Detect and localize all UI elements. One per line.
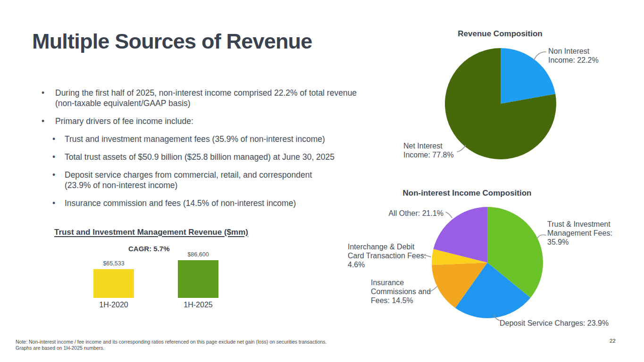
bullet-item: Primary drivers of fee income include: xyxy=(42,116,357,126)
bar-chart-plot: $65,5331H-2020$86,6001H-2025 xyxy=(93,260,219,298)
cagr-annotation: CAGR: 5.7% xyxy=(128,245,170,253)
pie2-label-all-other: All Other: 21.1% xyxy=(373,209,443,218)
bullet-dot xyxy=(52,152,65,162)
pie2-label-deposit-service-charges: Deposit Service Charges: 23.9% xyxy=(500,319,609,328)
bullet-text: Primary drivers of fee income include: xyxy=(55,116,193,126)
pie2-label-insurance-fees: Insurance Commissions and Fees: 14.5% xyxy=(371,278,431,305)
bullet-item: Deposit service charges from commercial,… xyxy=(52,170,357,190)
bullet-item: Total trust assets of $50.9 billion ($25… xyxy=(52,152,357,162)
page-number: 22 xyxy=(610,338,616,344)
pie-slice-non-interest-income xyxy=(501,48,555,104)
bullet-text: Insurance commission and fees (14.5% of … xyxy=(65,198,296,208)
pie2-title: Non-interest Income Composition xyxy=(396,189,538,198)
bullet-dot xyxy=(42,88,55,108)
bullet-text: Total trust assets of $50.9 billion ($25… xyxy=(65,152,335,162)
bullet-text: During the first half of 2025, non-inter… xyxy=(55,88,357,108)
pie-chart-revenue-composition xyxy=(444,47,557,160)
pie-chart-non-interest-income-composition xyxy=(431,206,544,319)
slide: Multiple Sources of Revenue During the f… xyxy=(0,0,644,362)
bar-value-label: $65,533 xyxy=(89,260,139,267)
pie2-label-trust-investment-fees: Trust & Investment Management Fees: 35.9… xyxy=(547,220,612,247)
pie1-label-net-interest-income: Net Interest Income: 77.8% xyxy=(403,141,454,159)
bullet-text: Trust and investment management fees (35… xyxy=(65,134,325,144)
bullet-list: During the first half of 2025, non-inter… xyxy=(42,88,357,216)
pie2-label-interchange-debit-fees: Interchange & Debit Card Transaction Fee… xyxy=(348,242,426,269)
bar-1h-2025 xyxy=(178,260,218,298)
bar-value-label: $86,600 xyxy=(173,251,223,258)
bar-category-label: 1H-2025 xyxy=(173,301,223,309)
bullet-item: Trust and investment management fees (35… xyxy=(52,134,357,144)
bar-chart-title: Trust and Investment Management Revenue … xyxy=(54,228,248,237)
pie1-title: Revenue Composition xyxy=(429,29,571,39)
slide-title: Multiple Sources of Revenue xyxy=(32,29,312,54)
bullet-dot xyxy=(52,134,65,144)
bullet-item: Insurance commission and fees (14.5% of … xyxy=(52,198,357,208)
bullet-dot xyxy=(52,170,65,190)
bullet-text: Deposit service charges from commercial,… xyxy=(65,170,329,190)
pie1-label-non-interest-income: Non Interest Income: 22.2% xyxy=(548,47,599,65)
footnote: Note: Non-interest income / fee income a… xyxy=(16,339,327,351)
bullet-item: During the first half of 2025, non-inter… xyxy=(42,88,357,108)
bar-category-label: 1H-2020 xyxy=(89,301,139,309)
bullet-dot xyxy=(52,198,65,208)
bar-1h-2020 xyxy=(93,269,134,298)
bullet-dot xyxy=(42,116,55,126)
